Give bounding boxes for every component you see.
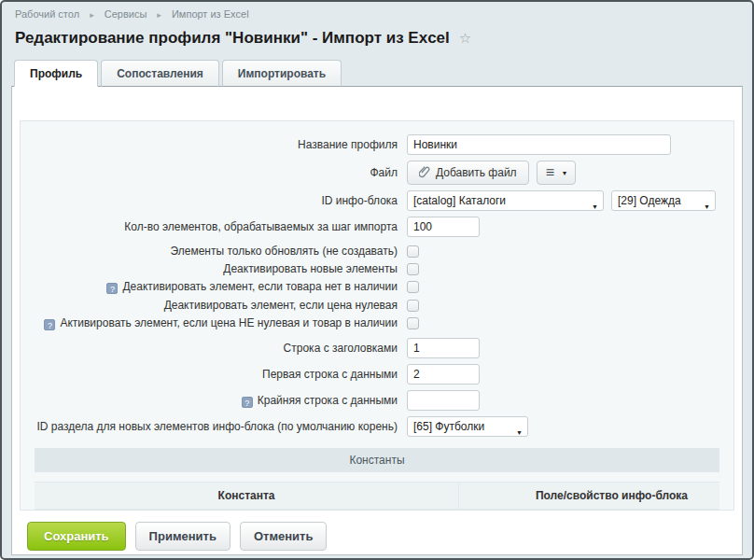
apply-button[interactable]: Применить bbox=[135, 522, 230, 551]
iblock-select[interactable]: [29] Одежда ▼ bbox=[611, 190, 716, 211]
breadcrumb-item-desktop[interactable]: Рабочий стол bbox=[15, 8, 79, 20]
deactivate-out-of-stock-text: Деактивировать элемент, если товара нет … bbox=[122, 280, 398, 293]
deactivate-new-checkbox[interactable] bbox=[407, 263, 419, 275]
deactivate-out-of-stock-label: ?Деактивировать элемент, если товара нет… bbox=[21, 280, 407, 294]
help-hint-icon[interactable]: ? bbox=[242, 397, 253, 408]
deactivate-zero-price-row: Деактивировать элемент, если цена нулева… bbox=[21, 299, 733, 312]
constants-column-field: Поле/свойство инфо-блока bbox=[459, 483, 719, 509]
iblock-label: ID инфо-блока bbox=[21, 194, 407, 207]
help-hint-icon[interactable]: ? bbox=[106, 283, 118, 294]
deactivate-out-of-stock-row: ?Деактивировать элемент, если товара нет… bbox=[21, 280, 733, 294]
header-row-label: Строка с заголовками bbox=[21, 342, 407, 355]
tab-profile[interactable]: Профиль bbox=[14, 60, 98, 87]
add-file-button-label: Добавить файл bbox=[436, 166, 517, 179]
paperclip-icon bbox=[419, 165, 430, 181]
profile-name-label: Название профиля bbox=[21, 138, 407, 151]
file-row: Файл Добавить файл ≡ ▾ bbox=[21, 161, 733, 185]
favorite-star-icon[interactable]: ☆ bbox=[459, 30, 471, 47]
activate-nonzero-text: Активировать элемент, если цена НЕ нулев… bbox=[60, 316, 398, 329]
header-row-row: Строка с заголовками bbox=[21, 338, 733, 358]
constants-section-title: Константы bbox=[35, 448, 719, 472]
breadcrumb-item-import-excel[interactable]: Импорт из Excel bbox=[172, 8, 249, 20]
activate-nonzero-checkbox[interactable] bbox=[407, 317, 419, 329]
section-label: ID раздела для новых элементов инфо-блок… bbox=[21, 420, 407, 433]
iblock-row: ID инфо-блока [catalog] Каталоги ▼ [29] … bbox=[21, 190, 733, 211]
breadcrumb: Рабочий стол ▸ Сервисы ▸ Импорт из Excel bbox=[15, 8, 743, 20]
iblock-type-select-value: [catalog] Каталоги bbox=[413, 194, 506, 207]
tab-import[interactable]: Импортировать bbox=[222, 60, 342, 87]
section-select-value: [65] Футболки bbox=[413, 420, 484, 433]
file-label: Файл bbox=[21, 166, 407, 179]
iblock-type-select[interactable]: [catalog] Каталоги ▼ bbox=[407, 190, 604, 211]
last-data-row-input[interactable] bbox=[407, 390, 480, 411]
deactivate-zero-price-label: Деактивировать элемент, если цена нулева… bbox=[21, 299, 407, 312]
last-data-row-text: Крайняя строка с данными bbox=[258, 394, 398, 407]
step-count-input[interactable] bbox=[407, 217, 480, 237]
deactivate-new-row: Деактивировать новые элементы bbox=[21, 262, 733, 275]
dropdown-arrow-icon: ▼ bbox=[516, 424, 523, 437]
deactivate-out-of-stock-checkbox[interactable] bbox=[407, 281, 419, 293]
only-update-label: Элементы только обновлять (не создавать) bbox=[21, 245, 407, 258]
profile-form: Название профиля Файл Добавить файл ≡ ▾ … bbox=[20, 120, 734, 511]
caret-down-icon: ▾ bbox=[563, 169, 566, 177]
profile-name-input[interactable] bbox=[407, 134, 671, 155]
deactivate-zero-price-checkbox[interactable] bbox=[407, 300, 419, 312]
step-count-row: Кол-во элементов, обрабатываемых за шаг … bbox=[21, 217, 733, 237]
form-button-bar: Сохранить Применить Отменить bbox=[12, 511, 742, 560]
deactivate-new-label: Деактивировать новые элементы bbox=[21, 262, 407, 275]
section-select[interactable]: [65] Футболки ▼ bbox=[407, 416, 528, 437]
first-data-row-row: Первая строка с данными bbox=[21, 364, 733, 385]
constants-table-header: Константа Поле/свойство инфо-блока bbox=[35, 482, 719, 510]
constants-column-constant: Константа bbox=[35, 483, 459, 509]
tab-mappings[interactable]: Сопоставления bbox=[101, 60, 219, 87]
tab-bar: Профиль Сопоставления Импортировать bbox=[11, 60, 743, 86]
cancel-button[interactable]: Отменить bbox=[240, 522, 328, 551]
activate-nonzero-label: ?Активировать элемент, если цена НЕ нуле… bbox=[21, 316, 407, 330]
first-data-row-input[interactable] bbox=[407, 364, 480, 385]
breadcrumb-separator-icon: ▸ bbox=[157, 10, 161, 20]
breadcrumb-separator-icon: ▸ bbox=[90, 10, 94, 20]
tab-content-panel: Название профиля Файл Добавить файл ≡ ▾ … bbox=[11, 86, 743, 555]
only-update-checkbox[interactable] bbox=[407, 245, 419, 258]
iblock-select-value: [29] Одежда bbox=[618, 194, 681, 207]
constants-section: Константы Константа Поле/свойство инфо-б… bbox=[35, 448, 719, 510]
add-file-button[interactable]: Добавить файл bbox=[407, 161, 529, 185]
last-data-row-label: ?Крайняя строка с данными bbox=[21, 394, 407, 408]
last-data-row-row: ?Крайняя строка с данными bbox=[21, 390, 733, 411]
dropdown-arrow-icon: ▼ bbox=[592, 198, 598, 211]
step-count-label: Кол-во элементов, обрабатываемых за шаг … bbox=[21, 220, 407, 233]
first-data-row-label: Первая строка с данными bbox=[21, 368, 407, 381]
breadcrumb-item-services[interactable]: Сервисы bbox=[105, 8, 147, 20]
admin-window: Рабочий стол ▸ Сервисы ▸ Импорт из Excel… bbox=[0, 0, 754, 560]
header-row-input[interactable] bbox=[407, 338, 480, 358]
hamburger-menu-icon: ≡ bbox=[546, 165, 554, 180]
title-row: Редактирование профиля "Новинки" - Импор… bbox=[15, 29, 743, 48]
only-update-row: Элементы только обновлять (не создавать) bbox=[21, 245, 733, 258]
page-title: Редактирование профиля "Новинки" - Импор… bbox=[15, 29, 450, 48]
dropdown-arrow-icon: ▼ bbox=[704, 198, 710, 211]
section-row: ID раздела для новых элементов инфо-блок… bbox=[21, 416, 733, 437]
activate-nonzero-row: ?Активировать элемент, если цена НЕ нуле… bbox=[21, 316, 733, 330]
profile-name-row: Название профиля bbox=[21, 134, 733, 155]
save-button[interactable]: Сохранить bbox=[27, 522, 126, 551]
help-hint-icon[interactable]: ? bbox=[44, 319, 55, 330]
file-menu-button[interactable]: ≡ ▾ bbox=[537, 161, 576, 185]
